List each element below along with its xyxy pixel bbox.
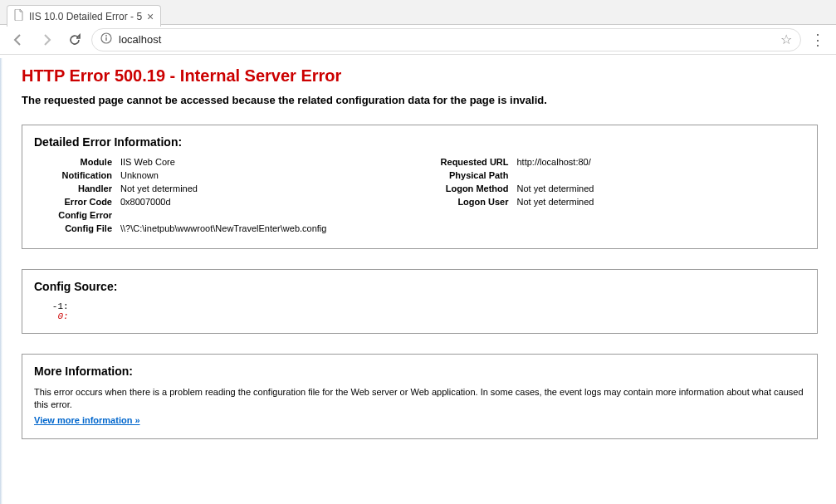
value-requested-url: http://localhost:80/ (517, 157, 806, 167)
error-title: HTTP Error 500.19 - Internal Server Erro… (22, 66, 818, 86)
view-more-link[interactable]: View more information » (34, 415, 140, 425)
value-logon-user: Not yet determined (517, 197, 806, 207)
detailed-error-heading: Detailed Error Information: (34, 135, 805, 149)
page-icon (14, 9, 24, 23)
label-notification: Notification (37, 170, 120, 180)
browser-menu-button[interactable]: ⋮ (806, 28, 829, 51)
label-handler: Handler (37, 183, 120, 193)
bookmark-star-icon[interactable]: ☆ (780, 32, 792, 47)
value-module: IIS Web Core (120, 157, 409, 167)
config-source-heading: Config Source: (34, 280, 805, 293)
window-edge (0, 58, 2, 504)
detailed-error-panel: Detailed Error Information: ModuleIIS We… (22, 125, 818, 249)
config-line-2: 0: (36, 311, 74, 321)
browser-toolbar: localhost ☆ ⋮ (0, 25, 836, 55)
value-logon-method: Not yet determined (517, 183, 806, 193)
more-info-heading: More Information: (34, 365, 805, 378)
site-info-icon[interactable] (100, 32, 112, 46)
value-notification: Unknown (120, 170, 409, 180)
label-config-error: Config Error (37, 210, 120, 220)
more-info-panel: More Information: This error occurs when… (22, 354, 818, 439)
url-text: localhost (119, 33, 774, 46)
label-requested-url: Requested URL (434, 157, 517, 167)
error-subtitle: The requested page cannot be accessed be… (22, 94, 818, 106)
label-module: Module (37, 157, 120, 167)
detail-right-column: Requested URLhttp://localhost:80/ Physic… (434, 157, 806, 237)
address-bar[interactable]: localhost ☆ (91, 28, 801, 51)
reload-button[interactable] (63, 28, 86, 51)
browser-tab-strip: IIS 10.0 Detailed Error - 5 × (0, 0, 836, 25)
label-physical-path: Physical Path (434, 170, 517, 180)
label-logon-user: Logon User (434, 197, 517, 207)
detail-left-column: ModuleIIS Web Core NotificationUnknown H… (37, 157, 409, 237)
value-error-code: 0x8007000d (120, 197, 409, 207)
svg-point-6 (105, 35, 107, 37)
config-source-body: -1: 0: (34, 301, 805, 321)
back-button[interactable] (7, 28, 30, 51)
value-config-file: \\?\C:\inetpub\wwwroot\NewTravelEnter\we… (120, 223, 409, 233)
config-line-1: -1: (36, 301, 74, 311)
config-source-panel: Config Source: -1: 0: (22, 269, 818, 334)
more-info-text: This error occurs when there is a proble… (34, 386, 805, 412)
page-content: HTTP Error 500.19 - Internal Server Erro… (0, 55, 836, 504)
forward-button[interactable] (35, 28, 58, 51)
browser-tab[interactable]: IIS 10.0 Detailed Error - 5 × (7, 5, 161, 27)
svg-rect-7 (105, 37, 106, 41)
label-config-file: Config File (37, 223, 120, 233)
label-error-code: Error Code (37, 197, 120, 207)
value-handler: Not yet determined (120, 183, 409, 193)
label-logon-method: Logon Method (434, 183, 517, 193)
tab-title: IIS 10.0 Detailed Error - 5 (29, 11, 142, 22)
tab-close-button[interactable]: × (147, 11, 154, 22)
